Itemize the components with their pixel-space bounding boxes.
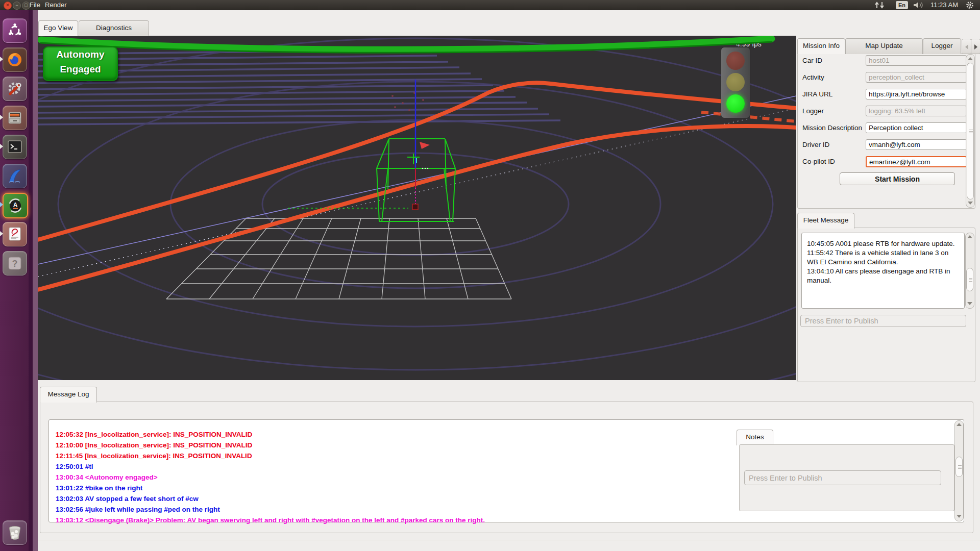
- logger-field[interactable]: [866, 106, 967, 116]
- wireshark-icon[interactable]: [3, 164, 27, 188]
- jira-url-field[interactable]: [866, 89, 967, 99]
- trash-icon[interactable]: [3, 520, 27, 545]
- volume-icon[interactable]: [913, 2, 926, 9]
- scrollbar-thumb[interactable]: [967, 63, 974, 199]
- dash-home-icon[interactable]: [3, 18, 27, 43]
- fleet-message-list[interactable]: 10:45:05 A001 please RTB for hardware up…: [801, 233, 965, 309]
- system-settings-icon[interactable]: [3, 77, 27, 101]
- co-pilot-id-field[interactable]: [866, 156, 967, 167]
- clock[interactable]: 11:23 AM: [930, 0, 958, 10]
- autonomy-engaged-badge: Autonomy Engaged: [43, 46, 118, 81]
- window-border: [33, 10, 38, 551]
- tab-diagnostics[interactable]: Diagnostics: [79, 20, 149, 36]
- mission-description-field[interactable]: [866, 122, 967, 133]
- scroll-up-icon[interactable]: [967, 235, 972, 238]
- tab-map-update[interactable]: Map Update: [845, 38, 923, 54]
- minimize-icon[interactable]: −: [13, 2, 21, 10]
- log-line: 13:03:12 <Disengage (Brake)> Problem: AV…: [56, 516, 944, 527]
- menu-file[interactable]: File: [27, 0, 43, 10]
- report-tool-icon[interactable]: [3, 222, 27, 246]
- activity-field[interactable]: [866, 72, 967, 83]
- fleet-message-item: 13:04:10 All cars please disengage and R…: [807, 267, 961, 285]
- scroll-up-icon[interactable]: [968, 57, 973, 60]
- fleet-message-item: 10:45:05 A001 please RTB for hardware up…: [807, 239, 956, 248]
- start-mission-button[interactable]: Start Mission: [840, 172, 955, 185]
- help-icon[interactable]: ?: [3, 251, 27, 276]
- tab-scroll-right-icon[interactable]: [971, 39, 980, 54]
- window-footer-divider: [33, 540, 980, 540]
- scroll-down-icon[interactable]: [967, 302, 972, 305]
- scroll-down-icon[interactable]: [968, 202, 973, 205]
- scroll-down-icon[interactable]: [957, 515, 962, 518]
- tab-notes[interactable]: Notes: [737, 430, 773, 445]
- fleet-message-scrollbar[interactable]: [965, 233, 974, 309]
- fleet-message-item: 11:55:42 There is a vehicle stalled in l…: [807, 248, 956, 267]
- notes-publish-input[interactable]: [744, 470, 941, 485]
- terminal-icon[interactable]: [3, 135, 27, 159]
- svg-text:A: A: [13, 202, 18, 209]
- field-label: Mission Description: [802, 122, 862, 134]
- running-indicator: [0, 144, 3, 149]
- running-indicator: [0, 115, 3, 120]
- message-log-scrollbar[interactable]: [954, 420, 964, 521]
- scrollbar-thumb[interactable]: [955, 457, 963, 477]
- traffic-light: [721, 47, 750, 118]
- tab-scroll-left-icon[interactable]: [962, 39, 971, 54]
- tab-fleet-message[interactable]: Fleet Message: [797, 213, 854, 229]
- active-indicator: [0, 202, 3, 207]
- tab-message-log[interactable]: Message Log: [40, 387, 97, 403]
- tab-logger[interactable]: Logger: [923, 38, 961, 54]
- firefox-icon[interactable]: [3, 47, 27, 72]
- file-cabinet-icon[interactable]: [3, 106, 27, 130]
- menubar: ✕ − □ File Render En 11:23 AM: [0, 0, 980, 10]
- traffic-light-red: [726, 52, 745, 70]
- field-label: Car ID: [802, 55, 822, 66]
- running-indicator: [0, 231, 3, 236]
- gear-icon[interactable]: [966, 1, 974, 9]
- 3d-scene: 4.99 fps: [38, 36, 796, 380]
- field-label: Co-pilot ID: [802, 156, 835, 167]
- close-icon[interactable]: ✕: [4, 2, 12, 10]
- ego-view-3d-canvas[interactable]: 4.99 fps Autonomy Engaged: [38, 36, 796, 380]
- traffic-light-yellow: [726, 73, 745, 91]
- updown-arrows-icon[interactable]: [874, 2, 886, 9]
- field-label: Activity: [802, 72, 824, 83]
- running-indicator: [0, 57, 3, 62]
- scroll-up-icon[interactable]: [957, 423, 962, 426]
- mission-panel-scrollbar[interactable]: [966, 54, 975, 208]
- traffic-light-green: [726, 94, 745, 113]
- driver-id-field[interactable]: [866, 139, 967, 150]
- tab-ego-view[interactable]: Ego View: [38, 20, 78, 36]
- svg-text:?: ?: [12, 259, 18, 269]
- field-label: JIRA URL: [802, 89, 832, 100]
- field-label: Logger: [802, 106, 824, 117]
- dock-edge: [29, 10, 33, 551]
- tab-mission-info[interactable]: Mission Info: [797, 38, 845, 54]
- keyboard-layout-indicator[interactable]: En: [896, 1, 908, 9]
- car-id-field[interactable]: [866, 55, 967, 66]
- fleet-publish-input[interactable]: [800, 315, 966, 327]
- menu-render[interactable]: Render: [42, 0, 70, 10]
- scrollbar-thumb[interactable]: [966, 268, 973, 291]
- av-tool-icon[interactable]: A: [3, 193, 28, 218]
- log-line: 12:05:32 [Ins_locolization_service]: INS…: [56, 431, 944, 441]
- field-label: Driver ID: [802, 139, 829, 151]
